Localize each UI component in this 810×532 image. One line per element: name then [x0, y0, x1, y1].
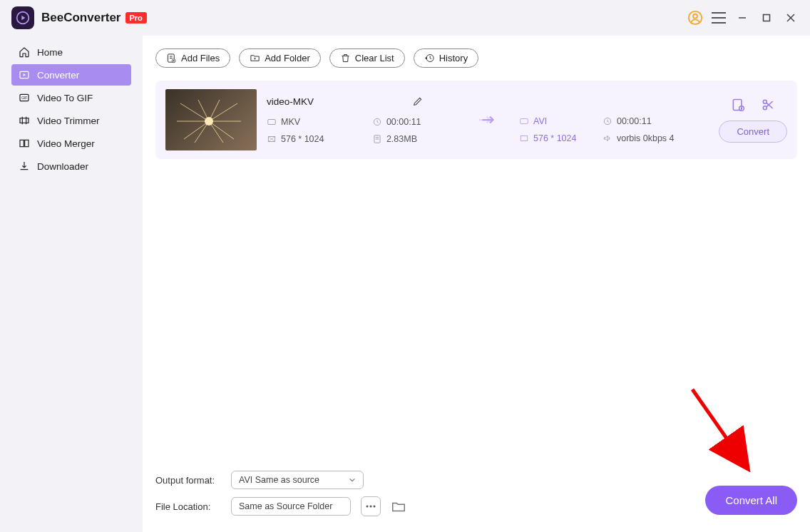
dots-icon	[366, 505, 376, 508]
svg-marker-1	[21, 16, 25, 21]
sidebar-item-merger[interactable]: Video Merger	[11, 133, 131, 154]
svg-line-30	[184, 121, 209, 139]
src-size: 2.83MB	[372, 134, 452, 144]
output-info: AVI 00:00:11 576 * 1024 vorbis 0kbps 4	[519, 96, 683, 143]
button-label: Add Folder	[265, 53, 310, 63]
dst-duration: 00:00:11	[603, 116, 683, 126]
sparkler-icon	[166, 93, 252, 150]
file-title: video-MKV	[267, 96, 314, 107]
output-format-label: Output format:	[155, 475, 221, 486]
main-panel: Add Files Add Folder Clear List History	[143, 36, 810, 532]
add-files-button[interactable]: Add Files	[155, 48, 230, 68]
folder-plus-icon	[250, 53, 260, 63]
button-label: History	[439, 53, 468, 63]
more-options-button[interactable]	[361, 496, 381, 516]
edit-icon[interactable]	[412, 96, 424, 107]
titlebar: BeeConverter Pro	[0, 0, 810, 36]
logo-play-icon	[16, 11, 30, 25]
close-button[interactable]	[783, 10, 799, 26]
src-format: MKV	[267, 117, 355, 127]
file-location-select[interactable]: Same as Source Folder	[231, 497, 351, 516]
sidebar-item-label: Converter	[37, 70, 79, 81]
source-info: video-MKV MKV 00:00:11 576 * 1024 2.83MB	[267, 96, 452, 144]
open-folder-icon[interactable]	[391, 498, 406, 514]
src-duration: 00:00:11	[372, 117, 452, 127]
sidebar-item-downloader[interactable]: Downloader	[11, 155, 131, 177]
src-resolution: 576 * 1024	[267, 134, 355, 144]
svg-rect-37	[268, 120, 276, 125]
trimmer-icon	[19, 115, 30, 126]
add-folder-button[interactable]: Add Folder	[239, 48, 321, 68]
svg-point-36	[205, 117, 213, 126]
dst-audio: vorbis 0kbps 4	[603, 133, 683, 143]
merger-icon	[19, 138, 30, 149]
arrow-right-icon	[475, 113, 496, 126]
sidebar-item-converter[interactable]: Converter	[11, 64, 131, 86]
app-name: BeeConverter	[41, 11, 121, 25]
chevron-down-icon	[349, 476, 356, 484]
select-value: Same as Source Folder	[239, 501, 332, 511]
minimize-button[interactable]	[734, 10, 750, 26]
sidebar-item-trimmer[interactable]: Video Trimmer	[11, 110, 131, 131]
svg-text:GIF: GIF	[21, 96, 27, 100]
dst-resolution[interactable]: 576 * 1024	[519, 133, 585, 143]
dst-format[interactable]: AVI	[519, 116, 585, 126]
svg-point-3	[693, 14, 697, 19]
svg-rect-12	[20, 118, 29, 123]
video-thumbnail[interactable]	[165, 89, 257, 150]
svg-rect-5	[764, 15, 770, 21]
svg-line-31	[209, 121, 234, 139]
sidebar-item-label: Downloader	[37, 161, 88, 172]
select-value: AVI Same as source	[239, 475, 319, 485]
clear-list-button[interactable]: Clear List	[329, 48, 405, 68]
scissors-icon[interactable]	[761, 98, 775, 112]
svg-rect-15	[20, 140, 24, 146]
sidebar-item-label: Home	[37, 47, 63, 58]
maximize-button[interactable]	[759, 10, 774, 26]
output-format-select[interactable]: AVI Same as source	[231, 471, 364, 489]
sidebar-item-label: Video Trimmer	[37, 116, 100, 126]
bottom-bar: Output format: AVI Same as source File L…	[155, 465, 797, 532]
toolbar: Add Files Add Folder Clear List History	[155, 48, 797, 68]
file-location-label: File Location:	[155, 501, 221, 512]
sidebar-item-label: Video Merger	[37, 138, 95, 149]
history-icon	[424, 53, 435, 63]
svg-line-56	[692, 389, 742, 461]
convert-button[interactable]: Convert	[719, 121, 787, 143]
svg-point-53	[366, 506, 369, 508]
sidebar-item-home[interactable]: Home	[11, 41, 131, 63]
button-label: Clear List	[355, 53, 394, 63]
file-card: video-MKV MKV 00:00:11 576 * 1024 2.83MB…	[155, 81, 797, 159]
app-logo	[11, 6, 34, 29]
svg-point-55	[374, 506, 376, 508]
sidebar-item-gif[interactable]: GIF Video To GIF	[11, 87, 131, 108]
sidebar: Home Converter GIF Video To GIF Video Tr…	[0, 36, 143, 532]
settings-icon[interactable]	[731, 98, 745, 112]
converter-icon	[19, 69, 30, 81]
svg-rect-16	[25, 140, 29, 146]
sidebar-item-label: Video To GIF	[37, 93, 93, 103]
svg-rect-46	[734, 99, 742, 110]
file-plus-icon	[166, 53, 177, 63]
button-label: Add Files	[181, 53, 220, 63]
gif-icon: GIF	[19, 92, 30, 103]
svg-point-48	[741, 108, 742, 109]
trash-icon	[340, 53, 351, 63]
svg-marker-9	[24, 73, 26, 76]
menu-icon[interactable]	[712, 12, 726, 24]
pro-badge: Pro	[125, 12, 147, 24]
home-icon	[19, 46, 30, 58]
convert-all-button[interactable]: Convert All	[705, 486, 797, 515]
user-icon[interactable]	[687, 10, 703, 26]
svg-rect-45	[521, 136, 527, 141]
download-icon	[19, 160, 30, 172]
history-button[interactable]: History	[414, 48, 478, 68]
svg-point-54	[370, 506, 372, 508]
svg-rect-43	[521, 119, 528, 124]
